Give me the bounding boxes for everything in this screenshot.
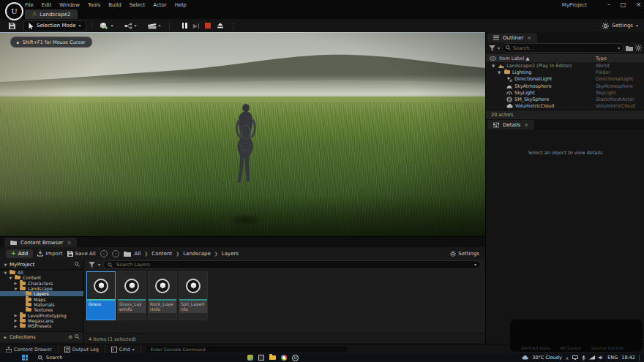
search-icon[interactable] (75, 262, 80, 267)
sources-header[interactable]: ▼ MyProject (0, 260, 83, 270)
asset-tile-grass-layerinfo[interactable]: Grass_LayerInfo (117, 271, 146, 320)
weather-label[interactable]: 30°C Cloudy (532, 355, 562, 361)
tab-details[interactable]: Details × (487, 120, 534, 129)
outliner-row-directionallight[interactable]: DirectionalLight DirectionalLight (486, 76, 644, 83)
breadcrumb-all[interactable]: All (135, 251, 141, 257)
chevron-down-icon[interactable]: ▾ (498, 46, 500, 50)
menu-edit[interactable]: Edit (42, 2, 52, 8)
all-saved-status[interactable]: All Saved (561, 345, 581, 350)
play-options-kebab-icon[interactable]: ⋮ (230, 23, 236, 29)
outliner-column-header[interactable]: Item Label ▲ Type (486, 54, 644, 62)
taskbar-search[interactable]: Search (38, 355, 62, 361)
outliner-row-world[interactable]: ▼ Landscape2 (Play In Editor) World (486, 62, 644, 69)
eye-icon[interactable] (490, 56, 496, 61)
forward-button[interactable]: › (112, 250, 119, 257)
monitor-icon[interactable] (572, 355, 578, 360)
menu-file[interactable]: File (25, 2, 34, 8)
tree-item-textures[interactable]: Textures (0, 307, 83, 312)
derived-data-status[interactable]: Derived Data (521, 345, 550, 350)
add-collection-icon[interactable]: ⊕ (68, 334, 72, 340)
maximize-button[interactable]: □ (621, 1, 626, 8)
tree-item-materials[interactable]: Materials (0, 302, 83, 307)
outliner-settings-gear-icon[interactable] (635, 45, 642, 51)
tab-landscape2[interactable]: ⚠ Landscape2 (25, 10, 78, 19)
photos-app-icon[interactable] (247, 355, 253, 361)
outliner-row-volumetriccloud[interactable]: VolumetricCloud VolumetricCloud (486, 103, 644, 110)
asset-search-input[interactable]: ▾ (103, 260, 481, 269)
network-icon[interactable] (589, 355, 595, 360)
tree-item-levelprototyping[interactable]: ▶LevelPrototyping (0, 312, 83, 317)
folder-icon (20, 314, 26, 317)
tree-item-landscape[interactable]: ▼Landscape (0, 286, 83, 291)
tab-outliner[interactable]: Outliner × (487, 33, 537, 42)
stop-button[interactable] (205, 23, 211, 29)
breadcrumb-landscape[interactable]: Landscape (183, 251, 211, 257)
menu-actor[interactable]: Actor (153, 2, 166, 8)
menu-build[interactable]: Build (108, 2, 121, 8)
start-button[interactable] (22, 355, 28, 361)
tree-item-mspresets[interactable]: ▶MSPresets (0, 323, 83, 328)
tree-item-content[interactable]: ▼Content (0, 275, 83, 280)
save-all-button[interactable]: Save All (67, 251, 96, 257)
asset-tile-soil-layerinfo[interactable]: Soil_LayerInfo (179, 271, 208, 320)
clock[interactable]: 18:42 (621, 355, 635, 361)
blueprints-dropdown[interactable]: ▾ (121, 21, 140, 31)
chevron-down-icon[interactable]: ▾ (98, 263, 100, 267)
source-control-status[interactable]: Source Control (591, 345, 624, 350)
menu-window[interactable]: Window (59, 2, 80, 8)
speaker-icon[interactable] (599, 355, 604, 360)
microphone-icon[interactable] (582, 355, 585, 361)
eject-button[interactable] (217, 22, 224, 29)
tab-content-browser[interactable]: Content Browser × (4, 238, 77, 247)
toolbar-settings-dropdown[interactable]: Settings ▾ (602, 19, 638, 32)
tree-item-layers[interactable]: Layers (0, 291, 83, 296)
menu-tools[interactable]: Tools (88, 2, 100, 8)
level-viewport[interactable]: ▶ Shift+F1 for Mouse Cursor (0, 32, 485, 236)
frame-skip-button[interactable]: ▶ (193, 23, 200, 29)
unreal-app-icon[interactable]: U (292, 355, 299, 361)
asset-tile-rock-layerinfo[interactable]: Rock_LayerInfo (148, 271, 177, 320)
outliner-row-skysphere[interactable]: SM_SkySphere StaticMeshActor (486, 96, 644, 102)
back-button[interactable]: ‹ (100, 250, 108, 257)
pause-button[interactable] (182, 23, 187, 29)
breadcrumb-content[interactable]: Content (151, 251, 172, 257)
new-folder-icon[interactable] (626, 45, 633, 51)
hidden-icons-chevron[interactable]: ∧ (566, 355, 569, 361)
add-button[interactable]: +Add (6, 249, 33, 258)
close-icon[interactable]: × (524, 122, 528, 128)
file-explorer-icon[interactable] (269, 355, 276, 360)
selection-mode-dropdown[interactable]: Selection Mode ▾ (23, 20, 86, 31)
show-desktop-strip[interactable] (639, 355, 641, 361)
import-button[interactable]: Import (37, 250, 62, 257)
minimize-button[interactable]: – (607, 1, 610, 8)
search-icon[interactable] (75, 334, 80, 339)
filter-icon[interactable] (89, 262, 95, 268)
collections-section[interactable]: ▶ Collections ⊕ (0, 331, 83, 342)
tree-item-megascans[interactable]: ▶Megascans (0, 318, 83, 323)
close-button[interactable]: × (636, 1, 641, 8)
search-icon (38, 355, 43, 361)
menu-select[interactable]: Select (130, 2, 146, 8)
outliner-row-skylight[interactable]: SkyLight SkyLight (486, 89, 644, 96)
add-actor-dropdown[interactable]: ▾ (97, 21, 116, 31)
outliner-row-lighting-folder[interactable]: ▼ Lighting Folder (486, 69, 644, 75)
tree-item-maps[interactable]: Maps (0, 296, 83, 301)
close-icon[interactable]: × (67, 240, 71, 246)
close-icon[interactable]: × (527, 35, 531, 41)
asset-tile-grass[interactable]: Grass (86, 271, 116, 320)
tree-item-characters[interactable]: ▶Characters (0, 281, 83, 286)
save-level-button[interactable] (6, 21, 18, 31)
menu-help[interactable]: Help (175, 2, 187, 8)
task-view-icon[interactable] (258, 355, 264, 361)
chrome-icon[interactable] (281, 355, 287, 361)
filter-icon[interactable] (489, 45, 495, 51)
cinematics-dropdown[interactable]: ▾ (145, 21, 164, 31)
weather-cloud-icon (522, 355, 528, 360)
language-indicator[interactable]: ENG (607, 355, 618, 361)
content-browser-settings-button[interactable]: Settings (450, 251, 479, 257)
outliner-search-input[interactable]: ▾ (502, 43, 624, 53)
console-command-input[interactable] (146, 346, 347, 352)
tree-item-all[interactable]: ▼All (0, 270, 83, 275)
breadcrumb-layers[interactable]: Layers (222, 251, 239, 257)
outliner-row-skyatmosphere[interactable]: SkyAtmosphere SkyAtmosphere (486, 83, 644, 89)
